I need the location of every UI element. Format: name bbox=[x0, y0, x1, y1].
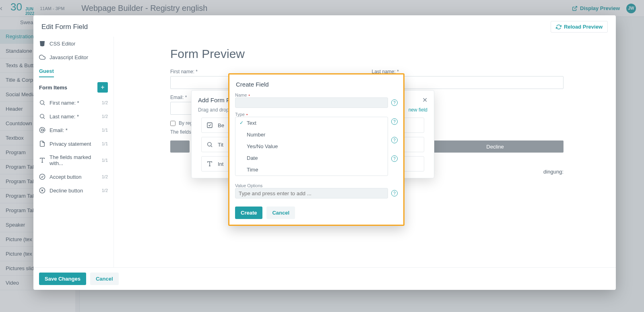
type-label: Type bbox=[235, 112, 245, 117]
css-icon bbox=[39, 40, 45, 47]
add-form-item-button[interactable]: + bbox=[97, 82, 108, 93]
search-icon bbox=[39, 99, 45, 106]
form-item-row[interactable]: Last name: *1/2 bbox=[33, 110, 114, 123]
value-options-label: Value Options bbox=[235, 183, 262, 188]
preview-heading: Form Preview bbox=[170, 47, 564, 61]
checkbox-icon bbox=[206, 122, 214, 128]
guest-tab[interactable]: Guest bbox=[33, 64, 114, 77]
svg-line-14 bbox=[211, 146, 212, 147]
cloud-icon bbox=[39, 54, 45, 60]
add-panel-title: Add Form F bbox=[198, 97, 230, 103]
help-icon[interactable]: ? bbox=[391, 118, 398, 125]
css-label: CSS Editor bbox=[50, 41, 75, 47]
modal-title: Edit Form Field bbox=[41, 23, 88, 31]
svg-point-13 bbox=[208, 143, 211, 146]
modal-side-panel: CSS Editor Javascript Editor Guest Form … bbox=[33, 37, 114, 267]
reload-preview-button[interactable]: Reload Preview bbox=[551, 21, 608, 33]
help-icon[interactable]: ? bbox=[391, 155, 398, 162]
help-icon[interactable]: ? bbox=[391, 137, 398, 143]
js-label: Javascript Editor bbox=[50, 54, 88, 60]
decline-button[interactable]: Decline bbox=[427, 141, 564, 153]
type-option[interactable]: Text bbox=[235, 117, 388, 129]
svg-rect-12 bbox=[207, 123, 212, 128]
svg-point-5 bbox=[41, 129, 43, 131]
svg-point-1 bbox=[40, 101, 44, 104]
type-option[interactable]: Time bbox=[235, 164, 388, 176]
svg-line-4 bbox=[43, 118, 45, 119]
css-editor-row[interactable]: CSS Editor bbox=[33, 37, 114, 50]
at-icon bbox=[39, 127, 45, 133]
create-button[interactable]: Create bbox=[235, 207, 262, 219]
consent-checkbox[interactable] bbox=[170, 121, 175, 126]
doc-icon bbox=[39, 141, 45, 147]
add-new-field-link[interactable]: new field bbox=[409, 107, 427, 113]
type-dropdown[interactable]: TextNumberYes/No ValueDateTime bbox=[235, 117, 388, 176]
refresh-icon bbox=[556, 24, 561, 30]
help-icon[interactable]: ? bbox=[391, 190, 398, 196]
reload-label: Reload Preview bbox=[564, 24, 603, 30]
form-item-row[interactable]: Email: *1/1 bbox=[33, 123, 114, 137]
drag-hint: Drag and drop bbox=[198, 107, 229, 113]
create-field-modal: Create Field Name• ? Type• TextNumberYes… bbox=[228, 73, 405, 226]
form-item-row[interactable]: The fields marked with...1/1 bbox=[33, 151, 114, 170]
create-cancel-button[interactable]: Cancel bbox=[266, 207, 295, 219]
type-option[interactable]: Yes/No Value bbox=[235, 141, 388, 152]
search-icon bbox=[206, 141, 214, 148]
check-icon bbox=[39, 174, 45, 180]
close-icon[interactable]: ✕ bbox=[422, 96, 427, 104]
cancel-button[interactable]: Cancel bbox=[90, 273, 119, 285]
type-option[interactable]: Date bbox=[235, 152, 388, 164]
text-icon bbox=[206, 161, 214, 167]
svg-point-3 bbox=[40, 114, 44, 118]
name-input[interactable] bbox=[235, 97, 388, 108]
form-item-row[interactable]: First name: *1/2 bbox=[33, 96, 114, 110]
xcircle-icon bbox=[39, 187, 45, 194]
form-item-row[interactable]: Accept button1/2 bbox=[33, 170, 114, 184]
type-option[interactable]: Number bbox=[235, 129, 388, 141]
form-items-heading: Form Items bbox=[39, 85, 67, 91]
form-item-row[interactable]: Privacy statement1/1 bbox=[33, 137, 114, 151]
text-icon bbox=[39, 157, 45, 163]
name-label: Name bbox=[235, 93, 247, 97]
svg-point-8 bbox=[39, 174, 45, 179]
save-button[interactable]: Save Changes bbox=[39, 273, 86, 285]
value-options-input[interactable] bbox=[235, 188, 388, 198]
svg-line-2 bbox=[43, 104, 45, 105]
search-icon bbox=[39, 113, 45, 120]
help-icon[interactable]: ? bbox=[391, 99, 398, 106]
form-item-row[interactable]: Decline button1/2 bbox=[33, 184, 114, 197]
create-title: Create Field bbox=[236, 81, 397, 88]
accept-button[interactable] bbox=[170, 141, 190, 153]
js-editor-row[interactable]: Javascript Editor bbox=[33, 50, 114, 64]
